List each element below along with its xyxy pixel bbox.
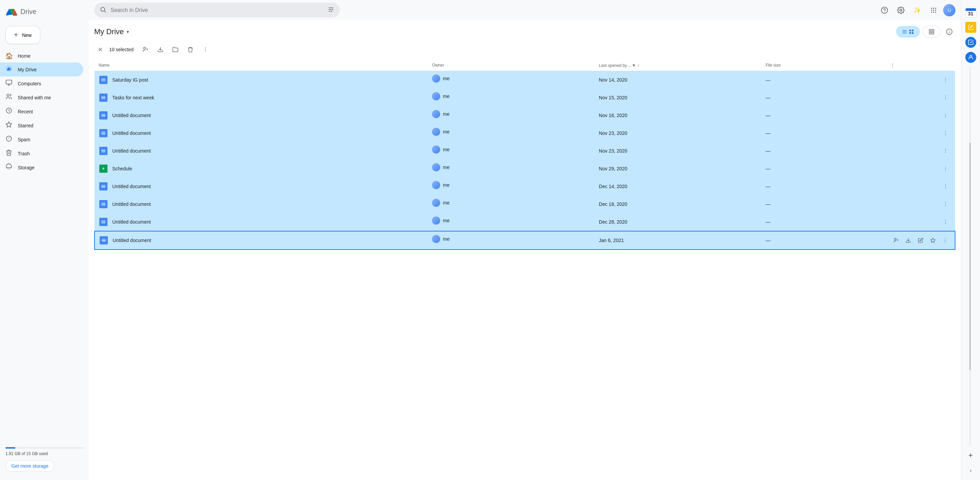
- more-cols-icon[interactable]: ⋮: [891, 63, 895, 68]
- more-row-button[interactable]: [940, 199, 951, 210]
- more-row-button[interactable]: [940, 217, 951, 227]
- svg-point-78: [945, 170, 946, 171]
- list-view-button[interactable]: [896, 26, 920, 38]
- tasks-icon: [965, 37, 976, 48]
- download-row-button[interactable]: [903, 235, 914, 246]
- file-name: Schedule: [112, 166, 132, 171]
- sidebar-item-home[interactable]: 🏠 Home: [0, 49, 83, 62]
- chevron-right-icon: ›: [970, 468, 972, 473]
- clear-selection-button[interactable]: [94, 43, 107, 56]
- drive-header: My Drive ▾: [94, 20, 955, 41]
- filter-icon[interactable]: [328, 6, 334, 14]
- svg-point-87: [945, 223, 946, 224]
- view-toggle: [896, 26, 955, 38]
- drive-logo[interactable]: Drive: [0, 3, 89, 23]
- file-size-cell: —: [762, 124, 886, 142]
- owner-name: me: [443, 218, 449, 223]
- svg-line-20: [104, 11, 106, 13]
- star-row-button[interactable]: [928, 235, 939, 246]
- download-button[interactable]: [154, 43, 167, 56]
- col-header-name[interactable]: Name: [94, 60, 428, 71]
- owner-name: me: [443, 164, 449, 170]
- settings-button[interactable]: [894, 3, 908, 17]
- more-row-button[interactable]: [940, 163, 951, 174]
- ai-button[interactable]: ✨: [910, 3, 924, 17]
- more-row-button[interactable]: [940, 181, 951, 192]
- sidebar-item-shared[interactable]: Shared with me: [0, 91, 83, 104]
- table-row[interactable]: Untitled document me Nov 23, 2020 —: [94, 124, 955, 142]
- help-button[interactable]: [878, 3, 891, 17]
- contacts-button[interactable]: [964, 51, 978, 64]
- add-person-button[interactable]: [139, 43, 151, 56]
- svg-rect-41: [909, 30, 911, 32]
- owner-name: me: [443, 76, 449, 81]
- sidebar-item-trash[interactable]: Trash: [0, 147, 83, 161]
- more-row-button[interactable]: [940, 92, 951, 103]
- sidebar-item-spam[interactable]: Spam: [0, 132, 83, 147]
- share-row-button[interactable]: [891, 235, 902, 246]
- scrollbar-thumb: [969, 143, 971, 370]
- sidebar-item-label: Shared with me: [18, 95, 51, 100]
- more-actions-button[interactable]: [199, 43, 212, 56]
- svg-point-29: [931, 8, 932, 8]
- new-button[interactable]: + New: [5, 26, 40, 44]
- sidebar-item-computers[interactable]: Computers: [0, 77, 83, 91]
- col-header-filesize[interactable]: File size: [762, 60, 886, 71]
- get-more-storage-button[interactable]: Get more storage: [5, 460, 54, 472]
- more-row-button[interactable]: [940, 235, 951, 246]
- table-row[interactable]: Saturday IG post me Nov 14, 2020 —: [94, 71, 955, 89]
- scrollbar[interactable]: [969, 67, 972, 446]
- file-size-cell: —: [762, 142, 886, 160]
- more-row-button[interactable]: [940, 75, 951, 85]
- sidebar-item-label: Spam: [18, 137, 30, 142]
- storage-bar-fill: [5, 447, 15, 448]
- table-row[interactable]: + Schedule me Nov 29, 2020 —: [94, 160, 955, 177]
- expand-button[interactable]: ›: [964, 464, 978, 477]
- delete-button[interactable]: [184, 43, 197, 56]
- col-header-last-opened[interactable]: Last opened by ... ▾ ↑: [595, 60, 762, 71]
- last-opened-cell: Nov 23, 2020: [595, 142, 762, 160]
- table-row[interactable]: Untitled document me Dec 18, 2020 —: [94, 195, 955, 213]
- more-row-button[interactable]: [940, 128, 951, 139]
- svg-point-69: [945, 117, 946, 118]
- table-row[interactable]: Untitled document me Dec 14, 2020 —: [94, 177, 955, 195]
- avatar[interactable]: U: [943, 4, 955, 16]
- move-button[interactable]: [169, 43, 181, 56]
- file-type-icon: [99, 111, 108, 120]
- grid-view-button[interactable]: [923, 26, 940, 38]
- table-row[interactable]: Untitled document me Jan 6, 2021 —: [94, 231, 955, 250]
- search-input[interactable]: [111, 7, 323, 13]
- notes-button[interactable]: [964, 21, 978, 34]
- owner-cell: me: [428, 160, 595, 175]
- table-row[interactable]: Untitled document me Dec 28, 2020 —: [94, 213, 955, 231]
- sidebar-item-my-drive[interactable]: My Drive: [0, 62, 83, 77]
- more-row-button[interactable]: [940, 145, 951, 156]
- file-name: Saturday IG post: [112, 77, 148, 83]
- last-opened-cell: Nov 16, 2020: [595, 107, 762, 124]
- search-icon: [100, 6, 107, 14]
- tasks-button[interactable]: [964, 35, 978, 49]
- table-row[interactable]: Untitled document me Nov 23, 2020 —: [94, 142, 955, 160]
- sidebar-item-recent[interactable]: Recent: [0, 104, 83, 118]
- search-bar[interactable]: [94, 3, 340, 18]
- add-apps-button[interactable]: +: [964, 448, 978, 462]
- table-row[interactable]: Tasks for next week me Nov 15, 2020 —: [94, 89, 955, 107]
- svg-point-31: [935, 8, 936, 8]
- svg-rect-44: [912, 32, 913, 34]
- info-button[interactable]: [943, 26, 955, 38]
- more-row-button[interactable]: [940, 110, 951, 121]
- row-actions: [886, 177, 955, 195]
- table-row[interactable]: Untitled document me Nov 16, 2020 —: [94, 107, 955, 124]
- svg-point-63: [945, 81, 946, 82]
- file-size-cell: —: [762, 160, 886, 177]
- file-name: Untitled document: [112, 131, 151, 136]
- apps-button[interactable]: [927, 3, 940, 17]
- col-header-owner[interactable]: Owner: [428, 60, 595, 71]
- svg-rect-43: [909, 32, 911, 34]
- shared-icon: [5, 93, 12, 102]
- sidebar-item-starred[interactable]: Starred: [0, 118, 83, 132]
- edit-row-button[interactable]: [915, 235, 926, 246]
- calendar-button[interactable]: ◾ 31: [964, 5, 978, 19]
- drive-title[interactable]: My Drive ▾: [94, 27, 129, 36]
- sidebar-item-storage[interactable]: Storage: [0, 161, 83, 174]
